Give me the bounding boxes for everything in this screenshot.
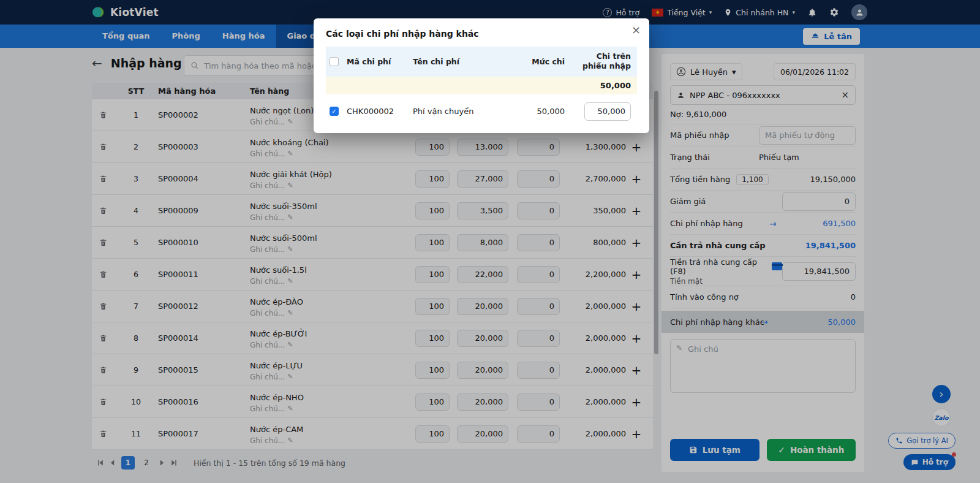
cost-name: Phí vận chuyển	[413, 107, 494, 116]
cost-row: ✓ CHK000002 Phí vận chuyển 50,000	[326, 94, 637, 123]
header-cost-code: Mã chi phí	[347, 57, 413, 66]
applied-cost-input[interactable]	[584, 102, 631, 121]
close-icon[interactable]: ×	[631, 25, 641, 36]
check-icon: ✓	[331, 108, 336, 115]
header-cost-name: Tên chi phí	[413, 57, 494, 66]
other-costs-modal: Các loại chi phí nhập hàng khác × Mã chi…	[314, 18, 649, 133]
header-cost-amount: Mức chi	[494, 57, 565, 66]
modal-title: Các loại chi phí nhập hàng khác	[314, 18, 649, 47]
modal-summary-row: 50,000	[326, 77, 637, 94]
select-all-checkbox[interactable]	[330, 57, 339, 66]
app-root: KiotViet ? Hỗ trợ ★ Tiếng Việt ▾ Chi nhá…	[0, 0, 980, 483]
header-cost-applied: Chi trên phiếu nhập	[575, 51, 631, 72]
cost-amount: 50,000	[494, 107, 565, 116]
cost-code: CHK000002	[347, 107, 413, 116]
cost-checkbox[interactable]: ✓	[330, 107, 339, 116]
modal-table-header: Mã chi phí Tên chi phí Mức chi Chi trên …	[326, 47, 637, 77]
modal-total: 50,000	[600, 81, 631, 90]
